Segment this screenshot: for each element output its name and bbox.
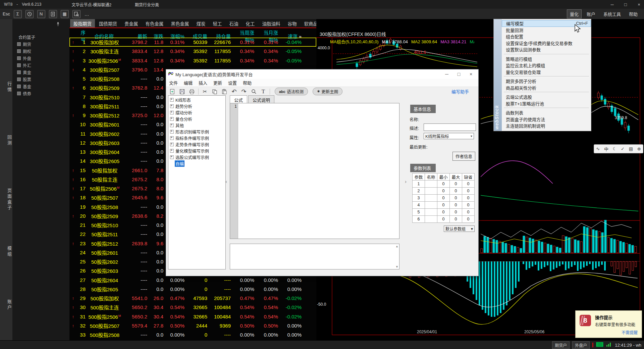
formula-tree-item-其他[interactable]: 其他: [168, 122, 225, 129]
collapse-left-icon[interactable]: ‹: [225, 179, 227, 184]
market-tree-item-基金[interactable]: 基金: [12, 83, 69, 90]
formula-tree-item-趋势分析[interactable]: 趋势分析: [168, 103, 225, 109]
sidebar-tab-页面盒子[interactable]: 页面盒子: [0, 188, 12, 211]
menu-item-监控云主机上的模组[interactable]: 监控云主机上的模组: [502, 62, 591, 69]
param-row[interactable]: 4000: [413, 202, 475, 209]
formula-tree-item-走势条件编写示例[interactable]: 走势条件编写示例: [168, 141, 225, 148]
menu-item-页面盒子的使用方法[interactable]: 页面盒子的使用方法: [502, 116, 591, 123]
search-icon[interactable]: [250, 88, 257, 95]
expand-icon[interactable]: [170, 111, 174, 114]
param-cell[interactable]: 1: [413, 181, 425, 188]
param-cell[interactable]: 0: [437, 181, 450, 188]
market-tree-item-股票[interactable]: 股票: [12, 76, 69, 83]
sector-tab-贵金属[interactable]: 贵金属: [121, 19, 142, 28]
formula-tree-item-摆动分析[interactable]: 摆动分析: [168, 109, 225, 116]
top-menu-系统工具[interactable]: 系统工具: [600, 9, 624, 18]
clock-icon[interactable]: [25, 10, 34, 18]
scroll-up-icon[interactable]: ▲: [395, 245, 398, 248]
sector-tab-软商品[interactable]: 软商品: [301, 19, 317, 28]
param-cell[interactable]: 0: [462, 195, 475, 202]
minimize-icon[interactable]: ─: [609, 2, 615, 7]
formula-editor[interactable]: 1: [230, 103, 399, 239]
undo-icon[interactable]: ↶: [231, 88, 237, 95]
top-menu-帮助[interactable]: 帮助: [626, 9, 641, 18]
sector-tab-轻工[interactable]: 轻工: [210, 19, 225, 28]
param-cell[interactable]: 3: [413, 195, 425, 202]
param-cell[interactable]: [425, 202, 437, 209]
author-info-button[interactable]: 作者信息: [452, 152, 475, 161]
menu-item-函数列表[interactable]: 函数列表: [502, 109, 591, 116]
scroll-down-icon[interactable]: ▼: [395, 265, 398, 268]
save-icon[interactable]: [179, 88, 185, 95]
param-cell[interactable]: 0: [437, 216, 450, 223]
market-tree-item-外盘[interactable]: 外盘: [12, 55, 69, 62]
menu-item-量化交易锁仓处理[interactable]: 量化交易锁仓处理: [502, 69, 591, 76]
param-cell[interactable]: 0: [437, 188, 450, 195]
collapse-right-icon[interactable]: ›: [405, 179, 407, 184]
syntax-check-button[interactable]: abc语法检测: [275, 88, 308, 95]
expand-icon[interactable]: [170, 98, 174, 102]
sidebar-tab-行情[interactable]: 行情: [0, 82, 12, 93]
dialog-titlebar[interactable]: My Language(麦语言)趋势策略开发平台 ─ □ ×: [166, 69, 478, 79]
document-icon[interactable]: [49, 10, 57, 18]
default-params-select[interactable]: 默认参数组 ▾: [444, 226, 475, 232]
tip-notification[interactable]: 8 操作提示 右键菜单里有很多功能 不需提醒: [575, 310, 642, 338]
dialog-menu-编辑[interactable]: 编辑: [181, 79, 196, 87]
futures-account-button[interactable]: 期货户: [552, 341, 570, 349]
new-file-icon[interactable]: [169, 88, 176, 95]
text-tool-icon[interactable]: T: [260, 88, 267, 95]
quote-row[interactable]: ↑30500股指主连5650.230.40.54%326651004840.54…: [69, 303, 316, 312]
editor-tab-公式说明[interactable]: 公式说明: [248, 95, 274, 103]
writing-helper-link[interactable]: 编写助手: [451, 88, 469, 95]
overseas-account-button[interactable]: 外盘户: [572, 341, 590, 349]
expand-icon[interactable]: [170, 130, 174, 134]
menu-item-设置保证金/手续费的量化交易参数[interactable]: 设置保证金/手续费的量化交易参数: [502, 40, 591, 47]
dialog-menu-插入[interactable]: 插入: [196, 79, 210, 87]
top-menu-账户[interactable]: 账户: [584, 9, 598, 18]
menu-item-股票T+1策略运行池[interactable]: 股票T+1策略运行池: [502, 100, 591, 107]
update-chart-button[interactable]: ✶更新主图: [313, 88, 342, 95]
param-row[interactable]: 2000: [413, 188, 475, 195]
dialog-menu-设置[interactable]: 设置: [225, 79, 240, 87]
check-icon[interactable]: ✓: [621, 146, 625, 151]
pin-icon[interactable]: [56, 22, 60, 28]
news-icon[interactable]: N: [37, 10, 45, 18]
menu-item-商品相关性分析[interactable]: 商品相关性分析: [502, 85, 591, 91]
param-row[interactable]: 5000: [413, 209, 475, 216]
menu-item-云端公式选股[interactable]: 云端公式选股: [502, 94, 591, 100]
dialog-maximize-icon[interactable]: □: [453, 71, 465, 77]
param-cell[interactable]: 0: [462, 181, 475, 188]
sector-tab-谷物[interactable]: 谷物: [284, 19, 300, 28]
param-row[interactable]: 6000: [413, 216, 475, 223]
market-tree-item-黄金[interactable]: 黄金: [12, 69, 69, 76]
expand-icon[interactable]: [170, 149, 174, 153]
zoom-icon[interactable]: ⊕: [637, 146, 641, 151]
editor-tab-公式[interactable]: 公式: [230, 95, 247, 103]
param-cell[interactable]: 6: [413, 216, 425, 223]
copy-icon[interactable]: [211, 88, 218, 95]
quote-row[interactable]: ↑31500股指2506M5650.230.40.54%326651004840…: [69, 312, 316, 321]
formula-tree-item-选股公式编写示例[interactable]: 选股公式编写示例: [168, 154, 225, 160]
param-cell[interactable]: 0: [462, 188, 475, 195]
quote-row[interactable]: ↑2300股指主连3833.412.80.34%353921178550.34%…: [69, 47, 316, 56]
market-tree-item-外汇[interactable]: 外汇: [12, 62, 69, 69]
param-cell[interactable]: 0: [462, 216, 475, 223]
param-cell[interactable]: 0: [450, 188, 462, 195]
expand-icon[interactable]: [170, 117, 174, 121]
market-tree-item-期货[interactable]: 期货: [12, 41, 69, 48]
param-cell[interactable]: 4: [413, 202, 425, 209]
formula-tree-item-指标条件编写示例[interactable]: 指标条件编写示例: [168, 135, 225, 141]
param-cell[interactable]: 0: [450, 195, 462, 202]
param-row[interactable]: 1000: [413, 181, 475, 188]
expand-icon[interactable]: [170, 143, 174, 146]
doc-search-icon[interactable]: [72, 10, 80, 18]
panel-grid-icon[interactable]: ▤: [629, 146, 633, 151]
sector-tab-有色金属[interactable]: 有色金属: [142, 19, 167, 28]
expand-icon[interactable]: [170, 155, 174, 159]
description-input[interactable]: [424, 123, 476, 131]
sidebar-tab-账户[interactable]: 账户: [0, 299, 12, 311]
attribute-select[interactable]: K线附属指标 ▾: [424, 133, 474, 139]
dialog-menu-文件[interactable]: 文件: [166, 79, 181, 87]
param-cell[interactable]: 2: [413, 188, 425, 195]
formula-icon[interactable]: Σ: [14, 10, 22, 18]
